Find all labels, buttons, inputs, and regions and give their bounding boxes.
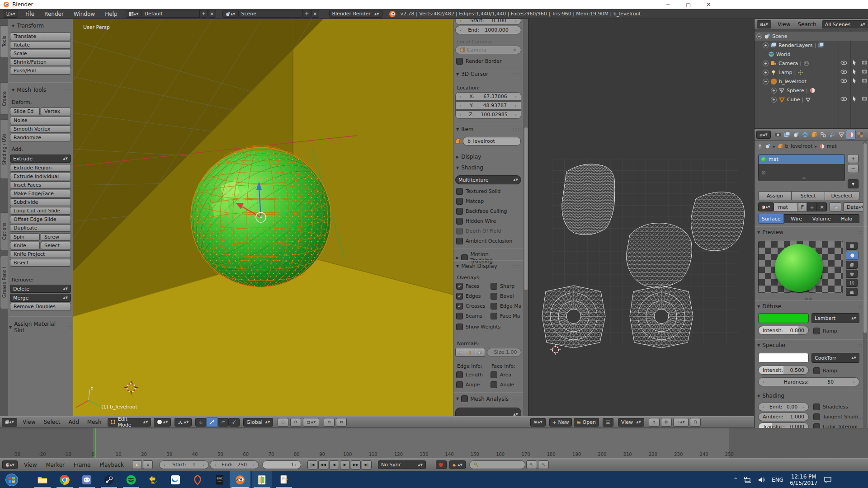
transform-button-2[interactable]: Scale bbox=[10, 50, 71, 57]
render-opengl-anim-button[interactable] bbox=[336, 418, 347, 427]
panel-display[interactable]: ▶Display::::: bbox=[456, 154, 521, 160]
diffuse-shader-select[interactable]: Lambert▲▼ bbox=[811, 313, 859, 323]
viewport-editor-type-icon[interactable]: ▲▼ bbox=[2, 418, 17, 427]
uv-editor-type-icon[interactable]: ▲▼ bbox=[530, 418, 546, 427]
tab-render[interactable] bbox=[774, 130, 783, 139]
outliner-row-lamp[interactable]: + Lamp| bbox=[763, 68, 867, 77]
tab-surface[interactable]: Surface bbox=[758, 214, 784, 224]
minimize-button[interactable]: ─ bbox=[658, 0, 678, 9]
use-preview-range-toggle[interactable] bbox=[132, 460, 142, 469]
clear-camera-icon[interactable]: × bbox=[513, 47, 517, 53]
preview-monkey-button[interactable] bbox=[846, 270, 858, 278]
tab-grease-pencil[interactable]: Grease Pencil bbox=[0, 256, 8, 309]
edge-angle-row[interactable]: Angle bbox=[456, 381, 480, 388]
deselect-button[interactable]: Deselect bbox=[825, 191, 859, 200]
jump-to-start-button[interactable]: |◀ bbox=[307, 460, 317, 469]
active-keying-set-field[interactable] bbox=[469, 460, 525, 469]
snap-element-select[interactable]: ▲▼ bbox=[303, 418, 319, 427]
taskbar-epic[interactable]: EPICGAMES bbox=[210, 471, 230, 488]
diffuse-intensity-slider[interactable]: Intensit:0.800 bbox=[758, 326, 809, 335]
taskbar-clock[interactable]: 12:16 PM6/15/2017 bbox=[790, 474, 818, 486]
knife-button[interactable]: Knife bbox=[10, 242, 40, 249]
tab-shading-uvs[interactable]: Shading / UVs bbox=[0, 119, 8, 179]
slot-remove-button[interactable]: − bbox=[848, 164, 859, 173]
tangent-shading-row[interactable]: Tangent Shadi… bbox=[813, 413, 863, 420]
transform-orientation-select[interactable]: Global▲▼ bbox=[243, 418, 273, 427]
material-name-field[interactable]: mat bbox=[774, 202, 798, 211]
screen-layout-icon[interactable]: ▲▼ bbox=[126, 10, 142, 18]
slot-add-button[interactable]: + bbox=[848, 154, 859, 163]
viewport-menu-view[interactable]: View bbox=[23, 419, 35, 425]
tab-options[interactable]: Options bbox=[0, 212, 8, 250]
add-button-7[interactable]: Duplicate bbox=[10, 224, 71, 232]
pivot-select[interactable]: ▲▼ bbox=[175, 418, 192, 427]
taskbar-steam[interactable] bbox=[99, 471, 119, 488]
frame-end-field[interactable]: ‹End:250› bbox=[210, 460, 259, 469]
add-button-5[interactable]: Loop Cut and Slide bbox=[10, 207, 71, 215]
lock-time-toggle[interactable] bbox=[143, 460, 153, 469]
panel-mesh-display[interactable]: ▼Mesh Display::::: bbox=[456, 263, 521, 269]
manipulator-toggle[interactable] bbox=[195, 418, 206, 427]
panel-mesh-analysis[interactable]: ▼Mesh Analysis::::: bbox=[456, 395, 521, 402]
merge-menu[interactable]: Merge▲▼ bbox=[10, 294, 71, 302]
panel-assign-material-slot[interactable]: ▼Assign Material Slot:: bbox=[9, 321, 72, 333]
specular-color-swatch[interactable] bbox=[758, 353, 809, 363]
render-engine-select[interactable]: Blender Render▲▼ bbox=[329, 10, 382, 18]
uv-islands[interactable] bbox=[542, 164, 745, 348]
outliner-editor-type-icon[interactable]: ▲▼ bbox=[757, 20, 771, 28]
taskbar-origin[interactable] bbox=[188, 471, 208, 488]
next-keyframe-button[interactable]: ▶▶ bbox=[351, 460, 361, 469]
eye-icon[interactable] bbox=[840, 96, 847, 102]
specular-hardness-slider[interactable]: ‹Hardness:50› bbox=[758, 377, 859, 386]
panel-3d-cursor[interactable]: ▼3D Cursor::::: bbox=[456, 71, 521, 77]
tab-halo[interactable]: Halo bbox=[834, 214, 859, 223]
uv-menu-view[interactable]: View▲▼ bbox=[618, 418, 644, 427]
render-restrict-icon[interactable] bbox=[862, 96, 868, 101]
eye-icon[interactable] bbox=[840, 69, 847, 75]
current-frame-field[interactable]: 1› bbox=[262, 460, 301, 469]
outliner-menu-search[interactable]: Search bbox=[797, 21, 816, 28]
unlink-material-button[interactable]: × bbox=[817, 202, 827, 211]
creases-overlay[interactable]: ✓Creases bbox=[456, 303, 486, 310]
delete-menu[interactable]: Delete▲▼ bbox=[10, 285, 71, 293]
preview-sky-button[interactable] bbox=[846, 288, 858, 296]
volume-icon[interactable] bbox=[758, 477, 765, 483]
vertex-normals-toggle[interactable] bbox=[455, 348, 465, 357]
select-arrow-icon[interactable] bbox=[852, 69, 857, 75]
panel-specular[interactable]: ▼Specular::::: bbox=[757, 342, 866, 348]
transform-button-4[interactable]: Push/Pull bbox=[10, 67, 71, 75]
mesh-analysis-type-select[interactable]: ▲▼ bbox=[455, 408, 521, 416]
scene-delete-button[interactable]: × bbox=[311, 10, 319, 18]
editor-type-selector[interactable]: ⓘ▲▼ bbox=[3, 10, 18, 18]
tab-world[interactable] bbox=[801, 130, 810, 139]
viewport-shading-select[interactable]: ▲▼ bbox=[154, 418, 171, 427]
bevel-overlay[interactable]: Bevel bbox=[491, 293, 514, 300]
network-icon[interactable] bbox=[744, 477, 752, 483]
close-button[interactable]: ✕ bbox=[698, 0, 719, 9]
scene-add-button[interactable]: + bbox=[303, 10, 311, 18]
faces-overlay[interactable]: ✓Faces bbox=[456, 283, 480, 290]
outliner-menu-view[interactable]: View bbox=[778, 21, 790, 28]
panel-item[interactable]: ▼Item::::: bbox=[456, 126, 521, 132]
menu-window[interactable]: Window bbox=[74, 11, 95, 17]
tab-tools[interactable]: Tools bbox=[0, 25, 8, 58]
preview-flat-button[interactable] bbox=[846, 242, 858, 250]
preview-sphere-button[interactable] bbox=[846, 251, 859, 260]
emit-field[interactable]: ‹Emit:0.00› bbox=[758, 403, 809, 411]
seams-overlay[interactable]: Seams bbox=[456, 313, 482, 319]
language-indicator[interactable]: ENG bbox=[772, 477, 783, 483]
uv-image-editor[interactable] bbox=[528, 19, 754, 416]
timeline-editor-type-icon[interactable]: ▲▼ bbox=[2, 460, 18, 469]
tab-create[interactable]: Create bbox=[0, 82, 8, 115]
pin-icon[interactable] bbox=[757, 144, 763, 149]
menu-file[interactable]: File bbox=[25, 11, 34, 17]
outliner-row-world[interactable]: World bbox=[768, 50, 868, 59]
image-open-button[interactable]: Open bbox=[574, 418, 599, 427]
play-button[interactable]: ▶ bbox=[340, 460, 350, 469]
taskbar-help-doc[interactable]: ? bbox=[274, 471, 294, 488]
shadeless-row[interactable]: Shadeless bbox=[813, 404, 848, 410]
transform-button-3[interactable]: Shrink/Fatten bbox=[10, 58, 71, 66]
delete-keyframe-button[interactable] bbox=[538, 460, 549, 469]
edges-overlay[interactable]: ✓Edges bbox=[456, 293, 481, 300]
specular-ramp-row[interactable]: Ramp bbox=[813, 367, 837, 374]
